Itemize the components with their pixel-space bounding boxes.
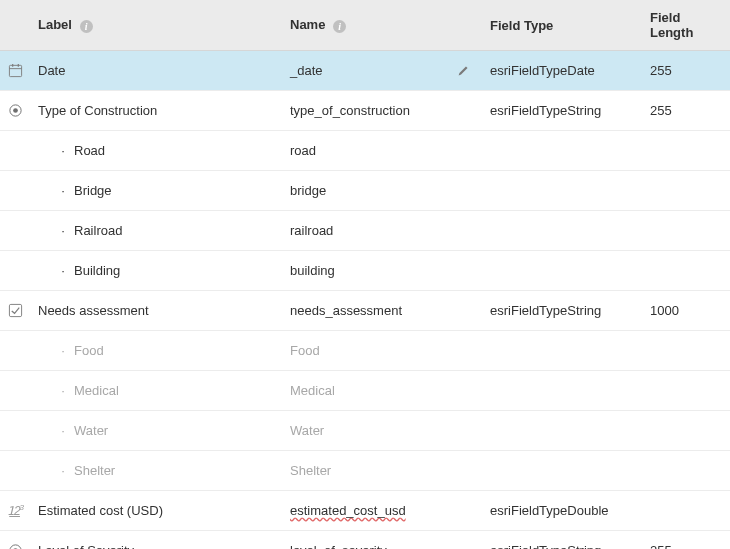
info-icon[interactable]: i: [333, 20, 346, 33]
choice-name: Food: [290, 335, 490, 366]
choice-name: Medical: [290, 375, 490, 406]
field-name: level_of_severity: [290, 535, 490, 549]
table-header-row: Label i Name i Field Type Field Length: [0, 0, 730, 51]
field-label: Date: [36, 55, 290, 86]
field-name: needs_assessment: [290, 295, 490, 326]
choice-row[interactable]: ·Bridge bridge: [0, 171, 730, 211]
field-length: 255: [650, 95, 720, 126]
choice-name: bridge: [290, 175, 490, 206]
header-label[interactable]: Label i: [36, 7, 290, 42]
choice-label: ·Road: [36, 135, 290, 166]
field-type: esriFieldTypeDate: [490, 55, 650, 86]
table-row[interactable]: Level of Severity level_of_severity esri…: [0, 531, 730, 549]
svg-rect-6: [9, 304, 21, 316]
choice-label: ·Food: [36, 335, 290, 366]
field-type: esriFieldTypeString: [490, 95, 650, 126]
field-name: estimated_cost_usd: [290, 495, 490, 526]
field-label: Needs assessment: [36, 295, 290, 326]
header-blank: [0, 15, 36, 35]
radio-icon: [0, 535, 36, 549]
field-type: esriFieldTypeString: [490, 535, 650, 549]
header-fieldlength[interactable]: Field Length: [650, 0, 720, 50]
table-row[interactable]: Date _date esriFieldTypeDate 255: [0, 51, 730, 91]
choice-label: ·Bridge: [36, 175, 290, 206]
choice-name: railroad: [290, 215, 490, 246]
pencil-icon[interactable]: [457, 64, 470, 77]
choice-label: ·Water: [36, 415, 290, 446]
choice-row[interactable]: ·Shelter Shelter: [0, 451, 730, 491]
choice-name: road: [290, 135, 490, 166]
info-icon[interactable]: i: [80, 20, 93, 33]
choice-label: ·Medical: [36, 375, 290, 406]
field-length: [650, 503, 720, 519]
radio-icon: [0, 95, 36, 126]
field-length: 1000: [650, 295, 720, 326]
field-type: esriFieldTypeString: [490, 295, 650, 326]
choice-name: building: [290, 255, 490, 286]
choice-name: Shelter: [290, 455, 490, 486]
header-fieldtype[interactable]: Field Type: [490, 8, 650, 43]
field-label: Level of Severity: [36, 535, 290, 549]
svg-rect-0: [9, 65, 21, 76]
choice-row[interactable]: ·Medical Medical: [0, 371, 730, 411]
fields-table: Label i Name i Field Type Field Length D…: [0, 0, 730, 549]
header-name[interactable]: Name i: [290, 7, 490, 42]
header-label-text: Label: [38, 17, 72, 32]
header-fieldlength-text: Field Length: [650, 10, 693, 40]
choice-label: ·Building: [36, 255, 290, 286]
choice-row[interactable]: ·Building building: [0, 251, 730, 291]
choice-row[interactable]: ·Road road: [0, 131, 730, 171]
field-length: 255: [650, 55, 720, 86]
field-name: type_of_construction: [290, 95, 490, 126]
choice-label: ·Railroad: [36, 215, 290, 246]
field-length: 255: [650, 535, 720, 549]
header-name-text: Name: [290, 17, 325, 32]
choice-label: ·Shelter: [36, 455, 290, 486]
numeric-icon: 1͟23: [0, 495, 36, 526]
choice-name: Water: [290, 415, 490, 446]
svg-point-5: [13, 108, 18, 113]
field-name-cell: _date: [290, 55, 490, 86]
calendar-icon: [0, 55, 36, 86]
table-row[interactable]: Type of Construction type_of_constructio…: [0, 91, 730, 131]
header-fieldtype-text: Field Type: [490, 18, 553, 33]
table-row[interactable]: 1͟23 Estimated cost (USD) estimated_cost…: [0, 491, 730, 531]
field-label: Type of Construction: [36, 95, 290, 126]
table-row[interactable]: Needs assessment needs_assessment esriFi…: [0, 291, 730, 331]
choice-row[interactable]: ·Railroad railroad: [0, 211, 730, 251]
checkbox-icon: [0, 295, 36, 326]
field-type: esriFieldTypeDouble: [490, 495, 650, 526]
field-label: Estimated cost (USD): [36, 495, 290, 526]
choice-row[interactable]: ·Water Water: [0, 411, 730, 451]
field-name: _date: [290, 63, 323, 78]
choice-row[interactable]: ·Food Food: [0, 331, 730, 371]
